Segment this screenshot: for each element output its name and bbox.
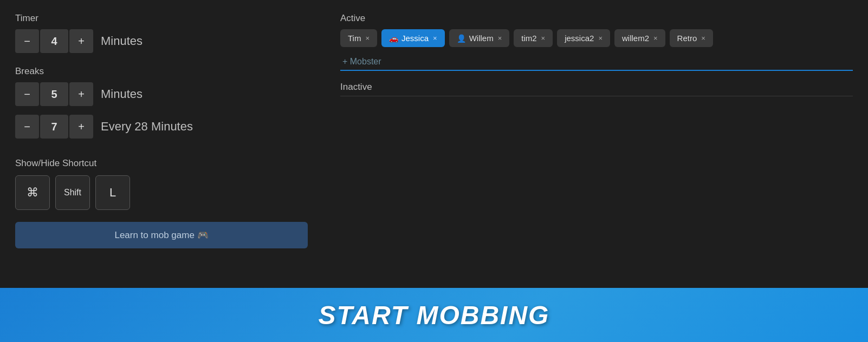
break-minutes-row: − 5 + Minutes [15, 82, 319, 106]
timer-row: − 4 + Minutes [15, 29, 319, 53]
break-interval-increment-button[interactable]: + [69, 115, 93, 139]
start-mobbing-button[interactable]: Start Mobbing [0, 288, 868, 342]
left-panel: Timer − 4 + Minutes Breaks − 5 + Minutes [15, 13, 319, 275]
mobster-name-jessica: Jessica [401, 34, 429, 43]
active-mobsters-list: Tim × 🚗 Jessica × 👤 Willem × tim2 × [340, 29, 853, 47]
right-panel: Active Tim × 🚗 Jessica × 👤 Willem × tim2 [340, 13, 853, 275]
breaks-label: Breaks [15, 66, 319, 77]
mobster-name-jessica2: jessica2 [565, 34, 594, 43]
mobster-tag-tim2[interactable]: tim2 × [514, 29, 553, 47]
timer-stepper: − 4 + [15, 29, 93, 53]
mobster-remove-willem2[interactable]: × [653, 34, 658, 42]
mobster-name-retro: Retro [677, 34, 697, 43]
break-minutes-increment-button[interactable]: + [69, 82, 93, 106]
break-interval-row: − 7 + Every 28 Minutes [15, 115, 319, 139]
mobster-remove-tim[interactable]: × [365, 34, 370, 42]
breaks-section: Breaks − 5 + Minutes − 7 + Every 28 Minu… [15, 66, 319, 147]
mobster-name-tim2: tim2 [521, 34, 536, 43]
break-minutes-value: 5 [40, 82, 68, 106]
mobster-tag-jessica2[interactable]: jessica2 × [557, 29, 610, 47]
mobster-tag-retro[interactable]: Retro × [670, 29, 713, 47]
break-minutes-stepper: − 5 + [15, 82, 93, 106]
shortcut-section: Show/Hide Shortcut ⌘ Shift L [15, 158, 319, 210]
active-label: Active [340, 13, 853, 24]
break-minutes-unit: Minutes [101, 87, 142, 101]
break-minutes-decrement-button[interactable]: − [15, 82, 39, 106]
timer-decrement-button[interactable]: − [15, 29, 39, 53]
key-cmd: ⌘ [15, 175, 50, 210]
shortcut-keys: ⌘ Shift L [15, 175, 319, 210]
mobster-name-tim: Tim [348, 34, 361, 43]
mobster-name-willem: Willem [469, 34, 494, 43]
break-interval-decrement-button[interactable]: − [15, 115, 39, 139]
mobster-remove-willem[interactable]: × [498, 34, 502, 42]
navigator-icon: 👤 [457, 34, 466, 43]
mobster-tag-jessica[interactable]: 🚗 Jessica × [381, 29, 445, 47]
timer-label: Timer [15, 13, 319, 24]
break-interval-stepper: − 7 + [15, 115, 93, 139]
mobster-tag-tim[interactable]: Tim × [340, 29, 377, 47]
mobster-tag-willem[interactable]: 👤 Willem × [449, 29, 510, 47]
mobster-remove-tim2[interactable]: × [541, 34, 546, 42]
inactive-label: Inactive [340, 82, 853, 96]
start-mobbing-label: Start Mobbing [319, 300, 550, 330]
key-shift: Shift [55, 175, 90, 210]
mobster-remove-retro[interactable]: × [701, 34, 705, 42]
timer-value: 4 [40, 29, 68, 53]
mobster-tag-willem2[interactable]: willem2 × [614, 29, 665, 47]
mobster-remove-jessica2[interactable]: × [598, 34, 603, 42]
driver-icon: 🚗 [389, 34, 398, 43]
learn-to-mob-button[interactable]: Learn to mob game 🎮 [15, 222, 308, 248]
key-l: L [95, 175, 130, 210]
learn-btn-label: Learn to mob game 🎮 [114, 229, 208, 241]
mobster-name-willem2: willem2 [622, 34, 649, 43]
break-interval-unit: Every 28 Minutes [101, 120, 193, 134]
timer-unit: Minutes [101, 34, 142, 48]
break-interval-value: 7 [40, 115, 68, 139]
mobster-remove-jessica[interactable]: × [433, 34, 437, 42]
timer-increment-button[interactable]: + [69, 29, 93, 53]
add-mobster-input[interactable] [340, 54, 853, 71]
shortcut-label: Show/Hide Shortcut [15, 158, 319, 169]
